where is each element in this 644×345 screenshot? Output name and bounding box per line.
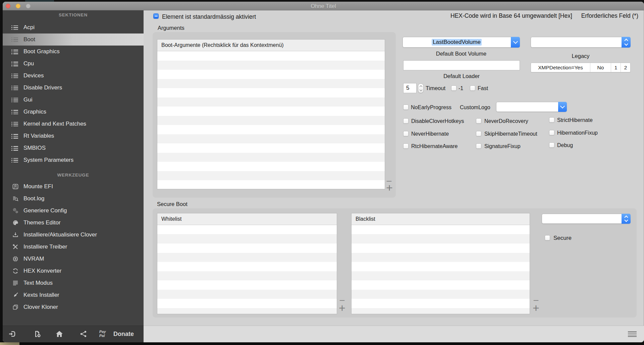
add-whitelist-button[interactable]: + bbox=[337, 302, 347, 313]
segment-xmp-1[interactable]: 1 bbox=[611, 63, 621, 72]
desktop-fragment bbox=[0, 342, 19, 345]
sidebar-item-graphics[interactable]: Graphics bbox=[3, 106, 144, 118]
chevron-down-icon bbox=[624, 218, 628, 222]
timeout-stepper[interactable] bbox=[418, 83, 424, 93]
list-icon bbox=[11, 122, 18, 127]
custom-logo-label: CustomLogo bbox=[460, 105, 490, 111]
add-argument-button[interactable]: + bbox=[385, 182, 394, 193]
strict-hibernate-checkbox[interactable] bbox=[549, 117, 554, 123]
list-icon bbox=[11, 146, 18, 151]
chevron-down-icon bbox=[419, 88, 422, 91]
debug-checkbox[interactable] bbox=[549, 142, 554, 148]
titlebar[interactable]: Ohne Titel bbox=[3, 2, 644, 10]
tool-clover-cloner[interactable]: Clover Kloner bbox=[3, 301, 144, 313]
app-window: Ohne Titel SEKTIONEN Acpi Boot Boot Grap… bbox=[3, 2, 644, 342]
chevron-up-icon bbox=[419, 85, 422, 88]
boot-arguments-table-body[interactable] bbox=[157, 51, 385, 189]
sidebar-item-system-parameters[interactable]: System Parameters bbox=[3, 154, 144, 166]
sidebar-item-boot[interactable]: Boot bbox=[3, 33, 144, 46]
tool-mounte-efi[interactable]: Mounte EFI bbox=[3, 181, 144, 193]
sidebar-item-rt-variables[interactable]: Rt Variables bbox=[3, 130, 144, 142]
default-loader-input[interactable] bbox=[403, 60, 520, 70]
fast-checkbox[interactable] bbox=[470, 85, 475, 91]
secure-boot-combo[interactable] bbox=[542, 214, 631, 224]
segment-xmp-2[interactable]: 2 bbox=[621, 63, 630, 72]
skip-hibernate-timeout-label: SkipHibernateTimeout bbox=[484, 131, 537, 137]
whitelist-table[interactable]: Whitelist bbox=[157, 213, 337, 314]
rtc-hibernate-aware-label: RtcHibernateAware bbox=[411, 143, 458, 149]
donate-button[interactable]: Donate bbox=[113, 331, 134, 338]
debug-label: Debug bbox=[557, 142, 573, 148]
timeout-neg1-checkbox[interactable] bbox=[451, 85, 457, 91]
combo-stepper-button[interactable] bbox=[622, 37, 631, 48]
tool-generate-config[interactable]: Generiere Config bbox=[3, 205, 144, 217]
blacklist-table[interactable]: Blacklist bbox=[351, 213, 530, 314]
combo-dropdown-button[interactable] bbox=[511, 37, 520, 48]
header-notes: HEX-Code wird in Base 64 umgewandelt [He… bbox=[450, 12, 638, 19]
sidebar-sections-header: SEKTIONEN bbox=[3, 12, 144, 17]
tool-text-mode[interactable]: Text Modus bbox=[3, 277, 144, 289]
skip-hibernate-timeout-checkbox[interactable] bbox=[476, 131, 481, 136]
boot-arguments-table[interactable]: Boot-Argumente (Rechtsklick für das Kont… bbox=[157, 39, 385, 189]
default-boot-volume-value: LastBootedVolume bbox=[432, 39, 482, 46]
arguments-title: Arguments bbox=[158, 25, 184, 31]
tool-kexts-installer[interactable]: Kexts Installer bbox=[3, 289, 144, 301]
default-enabled-checkbox[interactable] bbox=[153, 13, 159, 19]
secure-checkbox[interactable] bbox=[545, 235, 550, 240]
sidebar-item-acpi[interactable]: Acpi bbox=[3, 21, 144, 33]
combo-dropdown-button[interactable] bbox=[558, 102, 567, 112]
list-icon bbox=[11, 49, 18, 54]
minimize-button[interactable] bbox=[16, 4, 20, 8]
disable-clover-hotkeys-checkbox[interactable] bbox=[403, 118, 409, 124]
tool-nvram[interactable]: NVRAM bbox=[3, 253, 144, 265]
home-icon[interactable] bbox=[55, 330, 63, 338]
whitelist-table-body[interactable] bbox=[157, 225, 337, 314]
blacklist-table-header: Blacklist bbox=[352, 213, 530, 225]
xmp-detection-segmented-control[interactable]: XMPDetection=Yes No 1 2 bbox=[531, 63, 631, 72]
sidebar-item-smbios[interactable]: SMBIOS bbox=[3, 142, 144, 154]
sidebar-item-cpu[interactable]: Cpu bbox=[3, 58, 144, 70]
blacklist-table-body[interactable] bbox=[352, 225, 530, 314]
segment-xmp-yes[interactable]: XMPDetection=Yes bbox=[531, 63, 590, 72]
timeout-input[interactable]: 5 bbox=[403, 83, 417, 93]
timeout-label: Timeout bbox=[426, 85, 445, 91]
sidebar-item-devices[interactable]: Devices bbox=[3, 70, 144, 82]
sidebar-item-gui[interactable]: Gui bbox=[3, 94, 144, 106]
hibernation-fixup-checkbox[interactable] bbox=[549, 130, 554, 135]
default-boot-volume-label: Default Boot Volume bbox=[402, 51, 520, 57]
default-boot-volume-combo[interactable]: LastBootedVolume bbox=[402, 37, 520, 48]
never-hibernate-checkbox[interactable] bbox=[403, 131, 409, 136]
menu-icon[interactable] bbox=[628, 331, 637, 337]
combo-stepper-button[interactable] bbox=[622, 214, 631, 224]
download-icon bbox=[12, 231, 19, 238]
disable-clover-hotkeys-label: DisableCloverHotkeys bbox=[411, 118, 464, 124]
import-config-icon[interactable] bbox=[8, 330, 16, 338]
rtc-hibernate-aware-checkbox[interactable] bbox=[403, 143, 409, 149]
never-do-recovery-checkbox[interactable] bbox=[476, 118, 481, 124]
required-note: Erforderliches Feld (*) bbox=[581, 12, 638, 19]
palette-icon bbox=[12, 219, 19, 226]
legacy-combo[interactable] bbox=[531, 37, 631, 48]
tool-boot-log[interactable]: Boot.log bbox=[3, 193, 144, 205]
paypal-icon[interactable]: PayPal bbox=[99, 330, 106, 338]
tool-install-drivers[interactable]: Installiere Treiber bbox=[3, 241, 144, 253]
sidebar-item-kernel-and-kext-patches[interactable]: Kernel and Kext Patches bbox=[3, 118, 144, 130]
add-blacklist-button[interactable]: + bbox=[531, 302, 541, 313]
signature-fixup-checkbox[interactable] bbox=[476, 143, 481, 149]
chevron-down-icon bbox=[624, 42, 628, 46]
segment-xmp-no[interactable]: No bbox=[590, 63, 611, 72]
export-config-icon[interactable] bbox=[33, 330, 41, 338]
tool-install-clover[interactable]: Installiere/Aktualisiere Clover bbox=[3, 229, 144, 241]
close-button[interactable] bbox=[6, 4, 10, 8]
tool-hex-converter[interactable]: HEX Konverter bbox=[3, 265, 144, 277]
share-icon[interactable] bbox=[79, 330, 88, 338]
list-icon bbox=[11, 37, 18, 42]
custom-logo-combo[interactable] bbox=[496, 102, 567, 112]
sidebar-item-disable-drivers[interactable]: Disable Drivers bbox=[3, 82, 144, 94]
tool-themes-editor[interactable]: Themes Editor bbox=[3, 217, 144, 229]
hibernation-fixup-label: HibernationFixup bbox=[557, 130, 598, 136]
never-hibernate-label: NeverHibernate bbox=[411, 131, 449, 137]
chip-icon bbox=[12, 256, 19, 262]
sidebar-item-boot-graphics[interactable]: Boot Graphics bbox=[3, 46, 144, 58]
no-early-progress-checkbox[interactable] bbox=[403, 105, 409, 110]
